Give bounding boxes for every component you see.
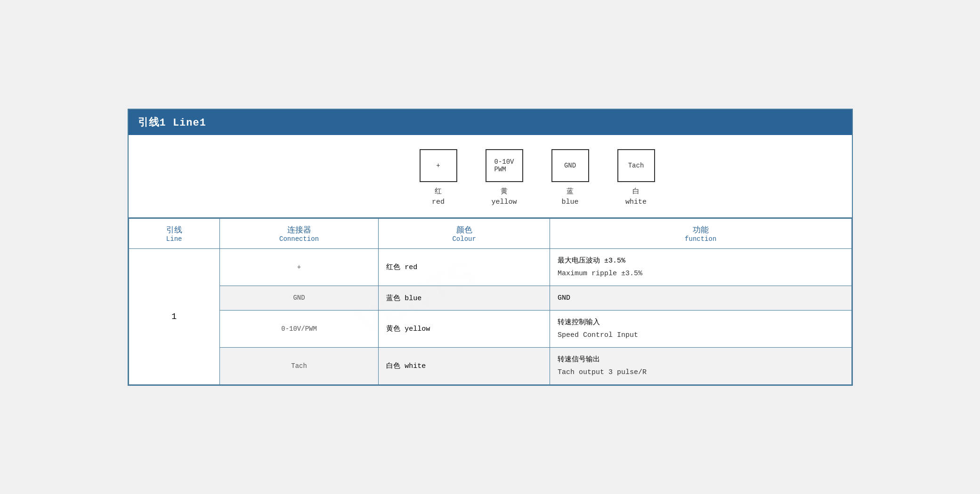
line-number: 1 [129, 248, 219, 384]
function-value: GND [550, 286, 851, 310]
section-header: 引线1 Line1 [129, 110, 852, 135]
color-value: 黄色 yellow [379, 310, 550, 347]
diagram-section: +红red0-10V PWM黄yellowGND蓝blueTach白white [129, 135, 852, 218]
col-function: 功能 function [550, 218, 851, 248]
connector-symbol-gnd: GND [551, 149, 589, 182]
connection-value: + [219, 248, 379, 286]
data-table: 引线 Line 连接器 Connection 颜色 Colour 功能 func… [129, 218, 852, 385]
col-colour: 颜色 Colour [379, 218, 550, 248]
col-line: 引线 Line [129, 218, 219, 248]
connector-tach: Tach白white [617, 149, 655, 208]
table-section: VENTS 引线 Line 连接器 Connection 颜色 Colour [129, 218, 852, 385]
connector-label-gnd: 蓝blue [561, 187, 578, 208]
function-value: 转速控制输入Speed Control Input [550, 310, 851, 347]
connector-symbol-pwm: 0-10V PWM [486, 149, 523, 182]
connector-label-tach: 白white [625, 187, 647, 208]
connector-pwm: 0-10V PWM黄yellow [486, 149, 523, 208]
function-value: 最大电压波动 ±3.5%Maximum ripple ±3.5% [550, 248, 851, 286]
connector-gnd: GND蓝blue [551, 149, 589, 208]
connection-value: 0-10V/PWM [219, 310, 379, 347]
table-row: 0-10V/PWM黄色 yellow转速控制输入Speed Control In… [129, 310, 851, 347]
table-row: 1+红色 red最大电压波动 ±3.5%Maximum ripple ±3.5% [129, 248, 851, 286]
color-value: 蓝色 blue [379, 286, 550, 310]
color-value: 红色 red [379, 248, 550, 286]
main-container: 引线1 Line1 +红red0-10V PWM黄yellowGND蓝blueT… [128, 109, 853, 386]
connector-label-plus: 红red [432, 187, 445, 208]
connector-label-pwm: 黄yellow [491, 187, 517, 208]
connection-value: Tach [219, 347, 379, 384]
connector-symbol-plus: + [420, 149, 457, 182]
col-connection: 连接器 Connection [219, 218, 379, 248]
color-value: 白色 white [379, 347, 550, 384]
diagram-inner: +红red0-10V PWM黄yellowGND蓝blueTach白white [420, 149, 655, 208]
connection-value: GND [219, 286, 379, 310]
function-value: 转速信号输出Tach output 3 pulse/R [550, 347, 851, 384]
table-row: GND蓝色 blueGND [129, 286, 851, 310]
table-header-row: 引线 Line 连接器 Connection 颜色 Colour 功能 func… [129, 218, 851, 248]
connector-symbol-tach: Tach [617, 149, 655, 182]
connector-plus: +红red [420, 149, 457, 208]
table-row: Tach白色 white转速信号输出Tach output 3 pulse/R [129, 347, 851, 384]
header-title: 引线1 Line1 [138, 117, 206, 129]
